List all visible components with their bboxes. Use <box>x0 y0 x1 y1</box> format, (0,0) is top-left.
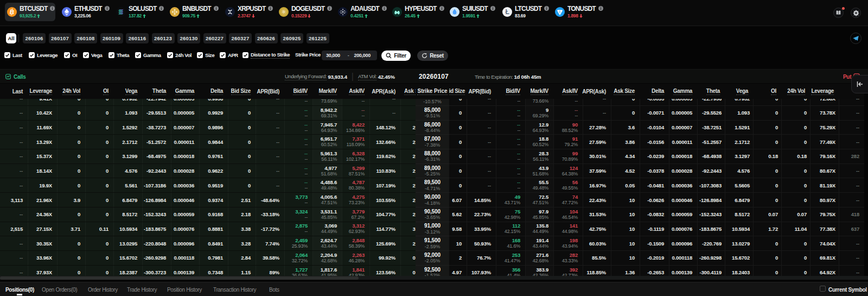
svg-text:Ł: Ł <box>506 8 509 16</box>
